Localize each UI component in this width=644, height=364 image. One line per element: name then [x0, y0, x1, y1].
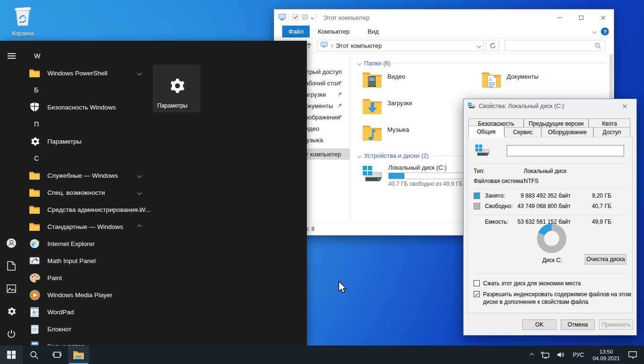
media-player-icon	[29, 289, 40, 300]
disk-cleanup-button[interactable]: Очистка диска	[585, 254, 626, 264]
explorer-titlebar[interactable]: Этот компьютер	[274, 9, 614, 26]
minimize-button[interactable]	[548, 9, 570, 26]
tab-computer[interactable]: Компьютер	[312, 26, 356, 37]
capacity-label: Емкость:	[485, 218, 508, 225]
allow-indexing-checkbox[interactable]: Разрешить индексировать содержимое файло…	[474, 291, 634, 306]
this-pc-icon[interactable]	[278, 14, 286, 22]
used-swatch	[474, 192, 480, 199]
menu-expand-button[interactable]	[6, 51, 17, 61]
folder-name: Видео	[387, 70, 405, 96]
tray-overflow-button[interactable]	[527, 346, 537, 364]
properties-check-icon[interactable]	[292, 14, 299, 22]
section-header-s[interactable]: С	[23, 150, 152, 167]
app-item-accessibility[interactable]: Спец. возможности	[23, 184, 152, 201]
task-view-button[interactable]	[45, 346, 68, 364]
tab-sharing[interactable]: Доступ	[593, 127, 630, 137]
power-button[interactable]	[6, 329, 17, 339]
folder-item-videos[interactable]: Видео	[358, 70, 477, 96]
tab-general[interactable]: Общие	[468, 126, 504, 137]
folder-item-music[interactable]: Музыка	[358, 123, 477, 149]
app-item-admin-tools[interactable]: Средства администрирования W...	[23, 201, 152, 218]
folder-icon	[29, 221, 40, 232]
refresh-button[interactable]	[486, 40, 499, 51]
recycle-bin-shortcut[interactable]: Корзина	[4, 5, 42, 37]
tab-tools[interactable]: Сервис	[504, 127, 541, 137]
volume-icon[interactable]	[554, 346, 568, 364]
chevron-down-icon[interactable]	[137, 190, 142, 195]
used-label: Занято:	[485, 192, 505, 199]
app-item-windows-powershell[interactable]: Windows PowerShell	[23, 64, 152, 82]
chevron-down-icon[interactable]	[137, 71, 142, 75]
address-input[interactable]: Этот компьютер	[317, 40, 484, 51]
compress-disk-checkbox[interactable]: Сжать этот диск для экономии места	[474, 280, 634, 287]
address-dropdown-chevron-icon[interactable]	[477, 43, 482, 48]
app-item-system-windows[interactable]: Служебные — Windows	[23, 167, 152, 184]
search-icon	[30, 351, 38, 359]
settings-button[interactable]	[6, 306, 17, 317]
tab-view[interactable]: Вид	[361, 26, 385, 37]
collapse-chevron-icon[interactable]	[358, 61, 361, 65]
start-button[interactable]	[0, 346, 23, 364]
action-center-button[interactable]	[625, 346, 640, 364]
app-item-notepad[interactable]: Блокнот	[23, 320, 152, 337]
settings-tile[interactable]: Параметры	[153, 65, 200, 112]
close-button[interactable]	[592, 9, 614, 26]
tab-quota[interactable]: Квота	[589, 118, 630, 128]
breadcrumb-location[interactable]: Этот компьютер	[336, 42, 382, 49]
separator	[474, 273, 626, 273]
folder-item-documents[interactable]: A Документы	[477, 70, 597, 96]
customize-toolbar-chevron-icon[interactable]	[311, 16, 314, 19]
app-item-wordpad[interactable]: A WordPad	[23, 303, 152, 320]
tab-hardware[interactable]: Оборудование	[541, 127, 593, 137]
maximize-button[interactable]	[570, 9, 592, 26]
dialog-footer: OK Отмена Применить	[464, 314, 636, 335]
pictures-button[interactable]	[6, 283, 17, 294]
pin-icon	[337, 114, 342, 119]
disk-properties-dialog: Свойства: Локальный диск (C:) Безопаснос…	[463, 99, 637, 336]
close-icon	[622, 104, 627, 109]
ribbon-tabs: Файл Компьютер Вид	[274, 26, 614, 38]
local-disk-icon	[467, 102, 476, 111]
apply-button[interactable]: Применить	[599, 319, 633, 330]
volume-label-input[interactable]	[507, 145, 624, 156]
tab-file[interactable]: Файл	[282, 26, 310, 37]
dialog-close-button[interactable]	[617, 99, 633, 113]
chevron-up-icon	[530, 353, 534, 356]
network-status-icon[interactable]	[537, 346, 553, 364]
section-header-w[interactable]: W	[23, 47, 152, 64]
section-header-b[interactable]: Б	[23, 82, 152, 99]
help-icon[interactable]	[601, 27, 609, 36]
videos-folder-icon	[362, 70, 383, 96]
chevron-down-icon[interactable]	[137, 173, 142, 178]
app-item-accessories-windows[interactable]: Стандартные — Windows	[23, 218, 152, 235]
taskbar-search-button[interactable]	[23, 346, 45, 364]
start-menu-rail	[0, 41, 23, 346]
app-item-paint[interactable]: Paint	[23, 269, 152, 286]
app-item-settings[interactable]: Параметры	[23, 133, 152, 150]
new-folder-icon[interactable]	[302, 14, 308, 21]
taskbar-file-explorer-button[interactable]	[68, 346, 89, 364]
ok-button[interactable]: OK	[522, 319, 556, 330]
minimize-icon	[557, 18, 562, 18]
disk-chart-label: Диск C:	[524, 257, 581, 264]
app-item-math-input-panel[interactable]: Math Input Panel	[23, 252, 152, 269]
collapse-chevron-icon[interactable]	[358, 154, 361, 157]
language-indicator[interactable]: РУС	[569, 346, 587, 364]
app-item-internet-explorer[interactable]: e Internet Explorer	[23, 235, 152, 252]
section-header-p[interactable]: П	[23, 116, 152, 133]
checkbox-icon	[474, 280, 480, 286]
app-item-windows-media-player[interactable]: Windows Media Player	[23, 286, 152, 303]
tab-previous-versions[interactable]: Предыдущие версии	[524, 118, 589, 128]
app-item-windows-security[interactable]: Безопасность Windows	[23, 99, 152, 116]
group-header-folders[interactable]: Папки (6)	[358, 60, 614, 67]
search-input[interactable]	[505, 40, 605, 51]
documents-button[interactable]	[6, 261, 17, 271]
taskbar-clock[interactable]: 13:50 04.09.2021	[588, 346, 624, 364]
chevron-up-icon[interactable]	[137, 224, 142, 229]
cancel-button[interactable]: Отмена	[561, 319, 595, 330]
user-account-button[interactable]	[6, 238, 17, 248]
dialog-titlebar[interactable]: Свойства: Локальный диск (C:)	[464, 99, 636, 113]
math-input-panel-icon	[29, 255, 40, 266]
expand-ribbon-chevron-icon[interactable]	[592, 29, 597, 34]
folder-item-downloads[interactable]: Загрузки	[358, 96, 477, 123]
